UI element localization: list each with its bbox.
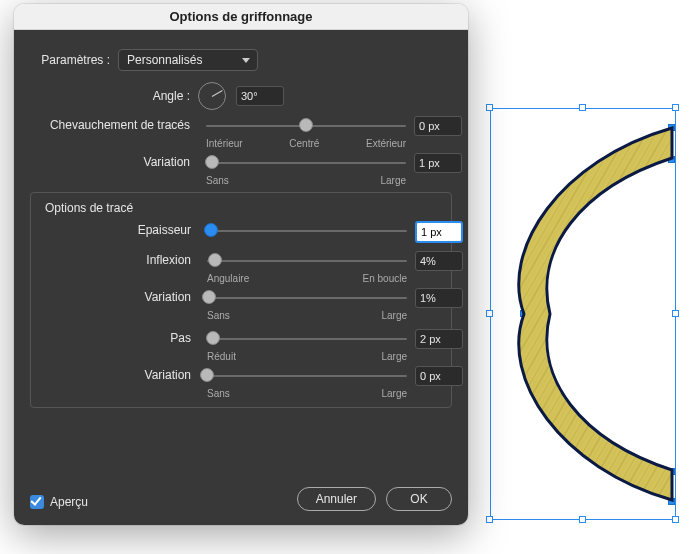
preview-checkbox-label: Aperçu [50,495,88,509]
inflexion-variation-slider[interactable] [207,288,407,308]
inflexion-label: Inflexion [31,251,199,267]
inflexion-variation-ticks: Sans Large [207,310,407,321]
inflexion-field[interactable] [415,251,463,271]
thickness-field[interactable] [415,221,463,243]
thickness-label: Epaisseur [31,221,199,237]
ok-button[interactable]: OK [386,487,452,511]
overlap-variation-label: Variation [30,153,198,169]
overlap-variation-ticks: Sans Large [206,175,406,186]
overlap-tick-labels: Intérieur Centré Extérieur [206,138,406,149]
preview-checkbox[interactable] [30,495,44,509]
scribble-options-dialog: Options de griffonnage Paramètres Person… [14,4,468,525]
thickness-slider[interactable] [207,221,407,241]
trace-options-group: Options de tracé Epaisseur Inflexion [30,192,452,408]
inflexion-ticks: Angulaire En boucle [207,273,407,284]
canvas-preview [490,100,680,526]
overlap-field[interactable] [414,116,462,136]
overlap-variation-slider[interactable] [206,153,406,173]
angle-label: Angle [30,89,198,103]
step-variation-ticks: Sans Large [207,388,407,399]
inflexion-variation-label: Variation [31,288,199,304]
overlap-variation-field[interactable] [414,153,462,173]
dialog-title: Options de griffonnage [14,4,468,30]
step-ticks: Réduit Large [207,351,407,362]
step-variation-label: Variation [31,366,199,382]
params-label: Paramètres [30,53,118,67]
overlap-slider[interactable] [206,116,406,136]
trace-section-title: Options de tracé [31,193,451,217]
overlap-label: Chevauchement de tracés [30,116,198,132]
step-variation-slider[interactable] [207,366,407,386]
cancel-button[interactable]: Annuler [297,487,376,511]
step-variation-field[interactable] [415,366,463,386]
preview-checkbox-row[interactable]: Aperçu [30,495,88,509]
step-slider[interactable] [207,329,407,349]
params-select[interactable]: Personnalisés [118,49,258,71]
inflexion-variation-field[interactable] [415,288,463,308]
step-field[interactable] [415,329,463,349]
angle-dial[interactable] [198,82,226,110]
inflexion-slider[interactable] [207,251,407,271]
scribble-arc-shape [490,100,680,530]
step-label: Pas [31,329,199,345]
angle-field[interactable] [236,86,284,106]
